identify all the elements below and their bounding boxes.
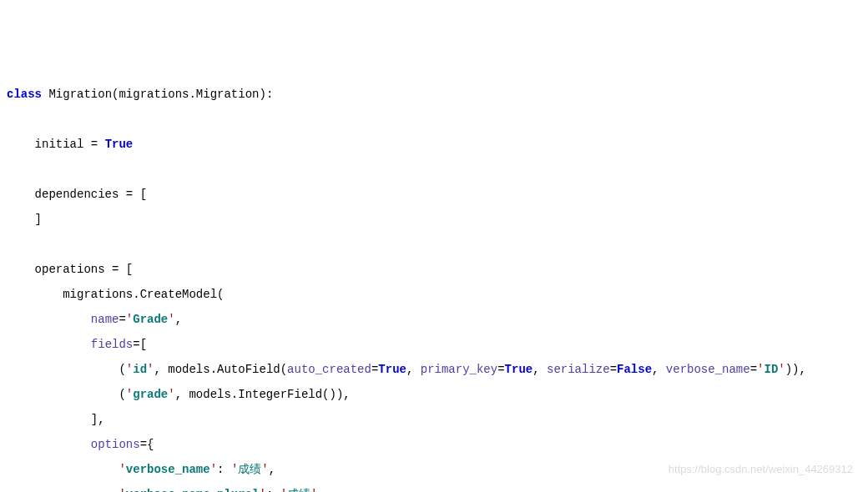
param-fields: fields bbox=[91, 338, 133, 351]
class-name: Migration bbox=[48, 88, 112, 101]
deps-close: ] bbox=[35, 213, 42, 226]
code-block: class Migration(migrations.Migration): i… bbox=[7, 82, 868, 492]
param-options: options bbox=[91, 438, 140, 451]
class-base: (migrations.Migration): bbox=[112, 88, 273, 101]
ops-open: operations = [ bbox=[35, 263, 134, 276]
param-name: name bbox=[91, 313, 119, 326]
str-grade: Grade bbox=[133, 313, 168, 326]
create-model-call: migrations.CreateModel( bbox=[63, 288, 224, 301]
bool-true: True bbox=[105, 138, 134, 151]
deps-open: dependencies = [ bbox=[35, 188, 147, 201]
initial-assign: initial = bbox=[35, 138, 105, 151]
keyword-class: class bbox=[7, 88, 42, 101]
field-grade: grade bbox=[133, 388, 168, 401]
field-id: id bbox=[133, 363, 147, 376]
watermark-text: https://blog.csdn.net/weixin_44269312 bbox=[669, 457, 853, 482]
